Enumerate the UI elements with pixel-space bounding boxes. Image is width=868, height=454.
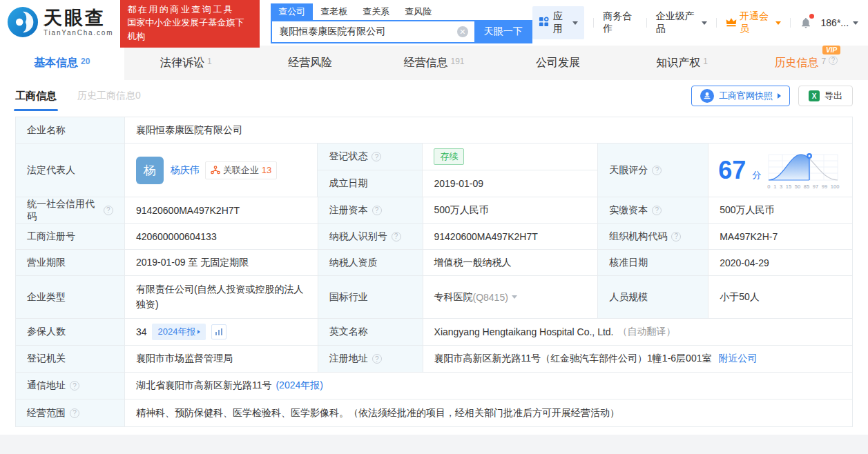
tianyancha-logo[interactable]: 天眼查 TianYanCha.com (7, 6, 113, 40)
avatar[interactable]: 杨 (136, 157, 164, 184)
search-tab-boss[interactable]: 查老板 (313, 3, 355, 20)
help-icon[interactable]: ? (652, 206, 662, 215)
export-button[interactable]: X 导出 (798, 86, 853, 106)
table-row: 通信地址? 湖北省襄阳市高新区新光路11号 (2024年报) (16, 373, 853, 399)
search-tab-risk[interactable]: 查风险 (397, 3, 439, 20)
tab-label: 法律诉讼 (160, 56, 204, 70)
search-button[interactable]: 天眼一下 (474, 20, 532, 43)
help-icon[interactable]: ? (392, 232, 401, 241)
apps-label: 应用 (553, 10, 568, 35)
tab-label: 历史信息 (774, 56, 818, 70)
slogan-line1: 都在用的商业查询工具 (127, 3, 253, 17)
help-icon[interactable]: ? (70, 381, 79, 391)
tab-legal-proceedings[interactable]: 法律诉讼1 (124, 46, 249, 80)
trend-chart-button[interactable] (211, 324, 226, 339)
chevron-down-icon (572, 21, 578, 25)
help-icon[interactable]: ? (70, 408, 79, 418)
annual-report-label: 2024年报 (157, 326, 195, 338)
tab-history-info[interactable]: VIP 历史信息 7 ? (744, 46, 868, 80)
help-icon[interactable]: ? (829, 56, 838, 65)
field-label: 工商注册号 (16, 224, 125, 250)
field-label: 英文名称 (318, 319, 423, 346)
nav-open-vip[interactable]: 开通会员 (726, 10, 781, 35)
arrow-right-icon (197, 330, 200, 334)
apps-menu[interactable]: 应用 (532, 6, 585, 39)
tab-intellectual-property[interactable]: 知识产权1 (620, 46, 744, 80)
help-icon[interactable]: ? (372, 206, 382, 215)
insured-cell: 34 2024年报 (125, 319, 318, 346)
tab-business-info[interactable]: 经营信息191 (372, 46, 496, 80)
chevron-down-icon (775, 21, 781, 25)
nav-cooperation[interactable]: 商务合作 (603, 10, 637, 35)
tab-basic-info[interactable]: 基本信息20 (0, 46, 124, 80)
chevron-down-icon (853, 21, 858, 25)
annual-report-link[interactable]: (2024年报) (276, 379, 322, 392)
legal-rep-link[interactable]: 杨庆伟 (171, 164, 200, 177)
field-label: 组织机构代码? (598, 224, 708, 250)
approval-date-value: 2020-04-29 (708, 250, 853, 276)
score-axis-ticks: 013 155085 9799100 (767, 184, 839, 190)
mail-address-cell: 湖北省襄阳市高新区新光路11号 (2024年报) (125, 373, 853, 399)
field-label: 纳税人识别号? (318, 224, 423, 250)
tab-count: 1 (703, 57, 708, 66)
table-row: 企业名称 襄阳恒泰康医院有限公司 (16, 117, 853, 144)
snapshot-label: 工商官网快照 (719, 90, 773, 102)
taxpayer-quality-value: 增值税一般纳税人 (423, 250, 599, 276)
field-label: 参保人数 (16, 319, 125, 346)
brand-slogan: 都在用的商业查询工具 国家中小企业发展子基金旗下机构 (120, 0, 260, 48)
tab-label: 公司发展 (536, 56, 580, 70)
tab-count: 20 (81, 57, 90, 66)
tab-label: 经营信息 (404, 56, 448, 70)
help-icon[interactable]: ? (372, 152, 381, 161)
official-snapshot-button[interactable]: 工商官网快照 (691, 86, 790, 106)
company-name-value: 襄阳恒泰康医院有限公司 (125, 117, 853, 144)
help-icon[interactable]: ? (104, 206, 113, 215)
table-row: 工商注册号 420600000604133 纳税人识别号? 91420600MA… (16, 224, 853, 250)
tab-count: 191 (451, 57, 465, 66)
field-label: 国标行业 (318, 276, 423, 319)
clear-search-icon[interactable]: ✕ (457, 26, 468, 37)
field-label: 通信地址? (16, 373, 125, 399)
nearby-companies-link[interactable]: 附近公司 (718, 353, 757, 365)
related-companies-badge[interactable]: 关联企业 13 (205, 161, 277, 179)
notifications-bell-icon[interactable] (800, 16, 812, 30)
search-area: 查公司 查老板 查关系 查风险 ✕ 天眼一下 (271, 3, 532, 43)
account-menu[interactable]: 186*... (821, 17, 858, 28)
field-label: 核准日期 (598, 250, 708, 276)
score-value: 67 (718, 158, 746, 183)
header-nav: 应用 商务合作 企业级产品 开通会员 (532, 6, 858, 39)
field-label: 法定代表人 (16, 144, 125, 197)
reg-address-cell: 襄阳市高新区新光路11号（红金驰汽车部件公司）1幢1-6层001室 附近公司 (423, 346, 853, 373)
search-input[interactable] (271, 20, 474, 43)
logo-subtitle: TianYanCha.com (44, 30, 113, 37)
reg-number-value: 420600000604133 (125, 224, 318, 250)
nav-enterprise[interactable]: 企业级产品 (656, 10, 707, 35)
annual-report-pill[interactable]: 2024年报 (152, 324, 206, 340)
tab-company-development[interactable]: 公司发展 (496, 46, 620, 80)
table-row: 企业类型 有限责任公司(自然人投资或控股的法人独资) 国标行业 专科医院 (Q8… (16, 276, 853, 319)
tab-operational-risk[interactable]: 经营风险 (248, 46, 372, 80)
tab-count: 1 (207, 57, 212, 66)
field-label: 天眼评分? (598, 144, 708, 197)
field-label: 人员规模 (598, 276, 708, 319)
field-label: 登记状态? (318, 144, 423, 170)
top-header: 天眼查 TianYanCha.com 都在用的商业查询工具 国家中小企业发展子基… (0, 0, 868, 46)
company-type-value: 有限责任公司(自然人投资或控股的法人独资) (125, 276, 318, 319)
search-tab-relation[interactable]: 查关系 (355, 3, 397, 20)
subtab-history-registration-info[interactable]: 历史工商信息0 (77, 90, 141, 102)
tianyan-score-cell[interactable]: 67 分 (708, 144, 853, 197)
industry-cell[interactable]: 专科医院 (Q8415) (423, 276, 599, 319)
table-row: 参保人数 34 2024年报 英文名称 Xiangyang Hengt (16, 319, 853, 346)
field-label: 纳税人资质 (318, 250, 423, 276)
help-icon[interactable]: ? (372, 354, 382, 364)
search-tab-company[interactable]: 查公司 (271, 3, 313, 20)
help-icon[interactable]: ? (652, 166, 662, 175)
help-icon[interactable]: ? (671, 232, 681, 241)
business-scope-value: 精神科、预防保健科、医学检验科、医学影像科。（依法须经批准的项目，经相关部门批准… (125, 399, 853, 427)
tab-count: 7 (821, 57, 826, 66)
arrow-right-icon (778, 93, 781, 99)
chevron-down-icon (512, 295, 517, 299)
subtab-registration-info[interactable]: 工商信息 (15, 90, 57, 103)
logo-eye-icon (7, 6, 39, 40)
paid-capital-value: 500万人民币 (708, 197, 853, 224)
